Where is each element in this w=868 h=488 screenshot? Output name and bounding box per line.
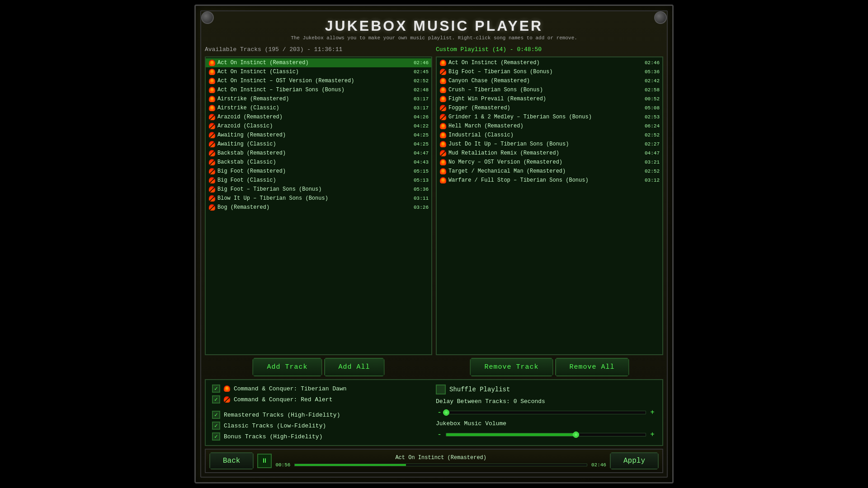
checkbox-td-box[interactable] [212, 385, 220, 393]
available-track-item[interactable]: Act On Instinct (Classic)02:45 [206, 67, 431, 76]
progress-bar[interactable] [294, 464, 587, 466]
remove-all-button[interactable]: Remove All [555, 358, 629, 376]
bolt-top-left [201, 11, 214, 24]
custom-track-item[interactable]: Fight Win Prevail (Remastered)00:52 [437, 94, 662, 103]
fire-icon [440, 78, 446, 84]
remove-track-button[interactable]: Remove Track [470, 358, 553, 376]
checkbox-bonus[interactable]: Bonus Tracks (High-Fidelity) [212, 432, 432, 441]
slash-icon [209, 168, 215, 174]
custom-track-item[interactable]: Warfare / Full Stop – Tiberian Sons (Bon… [437, 176, 662, 185]
custom-track-item[interactable]: Just Do It Up – Tiberian Sons (Bonus)02:… [437, 140, 662, 149]
fire-icon [209, 78, 215, 84]
add-track-button[interactable]: Add Track [252, 358, 322, 376]
shuffle-row[interactable]: Shuffle Playlist [436, 385, 656, 394]
track-name: Awaiting (Classic) [217, 141, 412, 147]
custom-track-item[interactable]: Grinder 1 & 2 Medley – Tiberian Sons (Bo… [437, 113, 662, 122]
volume-plus-btn[interactable]: + [649, 431, 656, 439]
fire-icon [209, 96, 215, 102]
fire-icon [440, 168, 446, 174]
available-track-item[interactable]: Act On Instinct – Tiberian Sons (Bonus)0… [206, 85, 431, 94]
available-tracks-list[interactable]: Act On Instinct (Remastered)02:46Act On … [206, 57, 431, 354]
checkbox-ra-box[interactable] [212, 395, 220, 404]
checkbox-bonus-box[interactable] [212, 432, 220, 441]
slash-icon [209, 159, 215, 165]
apply-button[interactable]: Apply [610, 452, 659, 469]
custom-track-item[interactable]: Fogger (Remastered)05:08 [437, 103, 662, 113]
available-track-item[interactable]: Airstrike (Remastered)03:17 [206, 94, 431, 103]
track-name: Industrial (Classic) [448, 132, 643, 138]
delay-slider[interactable] [446, 411, 646, 414]
track-name: Airstrike (Classic) [217, 105, 412, 111]
checkbox-classic[interactable]: Classic Tracks (Low-Fidelity) [212, 422, 432, 430]
fire-icon [440, 96, 446, 102]
available-tracks-label: Available Tracks (195 / 203) - 11:36:11 [205, 45, 432, 54]
custom-track-item[interactable]: Big Foot – Tiberian Sons (Bonus)05:36 [437, 67, 662, 76]
add-all-button[interactable]: Add All [324, 358, 385, 376]
custom-track-item[interactable]: Canyon Chase (Remastered)02:42 [437, 76, 662, 85]
fire-icon [209, 105, 215, 111]
track-duration: 02:46 [414, 60, 429, 66]
custom-track-item[interactable]: Crush – Tiberian Sons (Bonus)02:58 [437, 85, 662, 94]
checkbox-tiberian-dawn[interactable]: Command & Conquer: Tiberian Dawn [212, 385, 432, 393]
custom-track-item[interactable]: No Mercy – OST Version (Remastered)03:21 [437, 158, 662, 167]
volume-minus-btn[interactable]: - [436, 431, 443, 439]
available-track-item[interactable]: Act On Instinct – OST Version (Remastere… [206, 76, 431, 85]
available-track-item[interactable]: Backstab (Classic)04:43 [206, 158, 431, 167]
track-name: Mud Retaliation Remix (Remastered) [448, 150, 643, 156]
track-duration: 02:46 [645, 60, 660, 66]
available-track-item[interactable]: Backstab (Remastered)04:47 [206, 149, 431, 158]
custom-track-item[interactable]: Target / Mechanical Man (Remastered)02:5… [437, 167, 662, 176]
progress-area: Act On Instinct (Remastered) 00:56 02:46 [275, 455, 606, 468]
shuffle-checkbox[interactable] [436, 385, 446, 394]
slash-icon [440, 114, 446, 120]
custom-track-item[interactable]: Mud Retaliation Remix (Remastered)04:47 [437, 149, 662, 158]
volume-slider[interactable] [446, 433, 646, 436]
progress-bar-row: 00:56 02:46 [275, 462, 606, 468]
fire-icon [209, 87, 215, 93]
track-name: Hell March (Remastered) [448, 123, 643, 129]
checkbox-bonus-label: Bonus Tracks (High-Fidelity) [224, 433, 322, 440]
delay-minus-btn[interactable]: - [436, 408, 443, 417]
custom-track-item[interactable]: Industrial (Classic)02:52 [437, 131, 662, 140]
available-track-item[interactable]: Big Foot (Remastered)05:15 [206, 167, 431, 176]
checkbox-red-alert[interactable]: Command & Conquer: Red Alert [212, 395, 432, 404]
delay-slider-thumb[interactable] [443, 409, 449, 416]
track-duration: 03:17 [414, 105, 429, 111]
custom-track-item[interactable]: Act On Instinct (Remastered)02:46 [437, 58, 662, 67]
back-button[interactable]: Back [209, 452, 254, 469]
options-right: Shuffle Playlist Delay Between Tracks: 0… [436, 385, 656, 441]
available-track-item[interactable]: Awaiting (Classic)04:25 [206, 140, 431, 149]
track-duration: 02:52 [414, 78, 429, 84]
volume-slider-thumb[interactable] [573, 432, 579, 438]
available-track-item[interactable]: Awaiting (Remastered)04:25 [206, 131, 431, 140]
track-name: Big Foot (Remastered) [217, 168, 412, 174]
custom-playlist-list[interactable]: Act On Instinct (Remastered)02:46Big Foo… [437, 57, 662, 354]
play-pause-button[interactable]: ⏸ [257, 454, 272, 468]
available-track-item[interactable]: Arazoid (Classic)04:22 [206, 122, 431, 131]
fire-icon [440, 159, 446, 165]
slash-icon [440, 105, 446, 111]
track-duration: 04:26 [414, 114, 429, 120]
available-track-item[interactable]: Big Foot – Tiberian Sons (Bonus)05:36 [206, 185, 431, 194]
available-track-item[interactable]: Airstrike (Classic)03:17 [206, 103, 431, 113]
checkbox-classic-box[interactable] [212, 422, 220, 430]
volume-label: Jukebox Music Volume [436, 420, 656, 427]
options-panel: Command & Conquer: Tiberian Dawn Command… [205, 379, 663, 446]
track-duration: 02:27 [645, 141, 660, 147]
checkbox-remastered[interactable]: Remastered Tracks (High-Fidelity) [212, 411, 432, 419]
track-name: Big Foot – Tiberian Sons (Bonus) [448, 69, 643, 75]
custom-track-item[interactable]: Hell March (Remastered)06:24 [437, 122, 662, 131]
available-track-item[interactable]: Arazoid (Remastered)04:26 [206, 113, 431, 122]
track-name: Fogger (Remastered) [448, 105, 643, 111]
track-name: Act On Instinct (Classic) [217, 69, 412, 75]
checkbox-remastered-box[interactable] [212, 411, 220, 419]
track-duration: 03:12 [645, 178, 660, 183]
total-time: 02:46 [590, 462, 606, 468]
available-track-item[interactable]: Act On Instinct (Remastered)02:46 [206, 58, 431, 67]
fire-icon [440, 87, 446, 93]
available-track-item[interactable]: Blow It Up – Tiberian Sons (Bonus)03:11 [206, 194, 431, 203]
available-track-item[interactable]: Bog (Remastered)03:26 [206, 203, 431, 212]
track-duration: 04:43 [414, 160, 429, 165]
delay-plus-btn[interactable]: + [649, 408, 656, 417]
available-track-item[interactable]: Big Foot (Classic)05:13 [206, 176, 431, 185]
